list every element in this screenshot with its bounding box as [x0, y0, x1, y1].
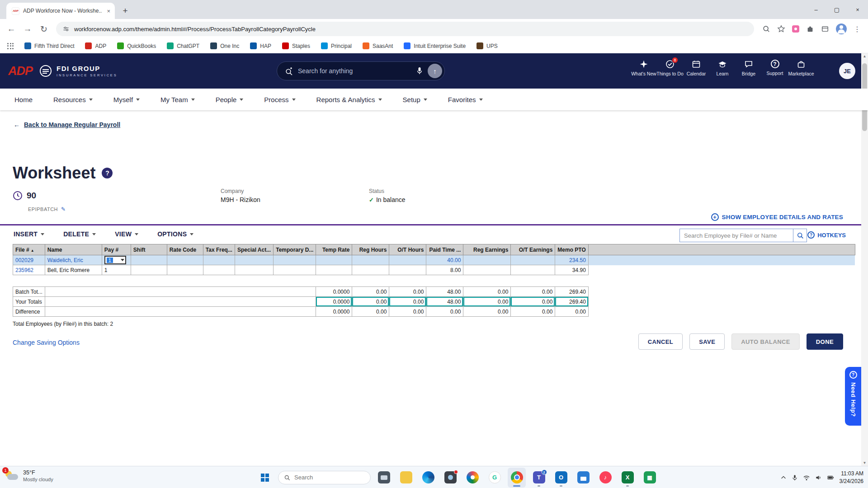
page-scrollbar[interactable]: ▲ ▼: [861, 53, 868, 466]
bookmark-item[interactable]: One Inc: [210, 42, 239, 49]
adp-logo[interactable]: ADP: [8, 64, 33, 78]
window-close-icon[interactable]: ×: [847, 0, 868, 19]
file-explorer-icon[interactable]: [397, 468, 415, 488]
chrome-icon[interactable]: [508, 468, 526, 488]
column-header[interactable]: Paid Time ...: [426, 244, 463, 255]
mic-icon[interactable]: [416, 66, 423, 75]
nav-item-reports-analytics[interactable]: Reports & Analytics: [316, 96, 382, 103]
table-cell[interactable]: [235, 255, 273, 265]
bookmark-item[interactable]: HAP: [250, 42, 271, 49]
table-cell[interactable]: 235962: [13, 265, 45, 275]
nav-item-process[interactable]: Process: [264, 96, 295, 103]
table-cell[interactable]: [463, 265, 511, 275]
table-cell[interactable]: 34.90: [555, 265, 588, 275]
taskbar-search-input[interactable]: [294, 474, 353, 481]
view-menu-button[interactable]: VIEW: [115, 230, 138, 238]
calendar-app-icon[interactable]: [574, 468, 592, 488]
search-submit-icon[interactable]: ↑: [428, 64, 442, 78]
done-button[interactable]: DONE: [807, 333, 843, 350]
need-help-tab[interactable]: ? Need Help?: [845, 367, 861, 426]
nav-item-myself[interactable]: Myself: [113, 96, 140, 103]
start-button[interactable]: [256, 468, 274, 488]
column-header[interactable]: Pay #: [102, 244, 131, 255]
excel-icon[interactable]: X: [618, 468, 637, 488]
nav-item-setup[interactable]: Setup: [403, 96, 427, 103]
employee-row[interactable]: 235962Bell, Eric Romere18.0034.90: [13, 265, 855, 275]
table-cell[interactable]: 40.00: [426, 255, 463, 265]
support-button[interactable]: ? Support: [762, 60, 788, 76]
column-header[interactable]: Special Act...: [235, 244, 273, 255]
user-avatar[interactable]: JE: [839, 63, 855, 79]
table-cell[interactable]: [274, 255, 316, 265]
bookmark-item[interactable]: Fifth Third Direct: [24, 42, 74, 49]
new-tab-button[interactable]: +: [119, 6, 131, 16]
table-cell[interactable]: [316, 265, 352, 275]
learn-button[interactable]: Learn: [710, 60, 735, 76]
teams-icon[interactable]: T2: [530, 468, 548, 488]
column-header[interactable]: Rate Code: [167, 244, 203, 255]
marketplace-button[interactable]: Marketplace: [788, 60, 814, 76]
camera-app-icon[interactable]: [441, 468, 459, 488]
photos-app-icon[interactable]: [463, 468, 481, 488]
table-cell[interactable]: [389, 265, 426, 275]
table-cell[interactable]: [511, 265, 555, 275]
hotkeys-button[interactable]: ? HOTKEYS: [807, 231, 846, 239]
bookmark-item[interactable]: Principal: [321, 42, 352, 49]
show-employee-details-link[interactable]: + SHOW EMPLOYEE DETAILS AND RATES: [711, 213, 843, 221]
column-header[interactable]: O/T Earnings: [511, 244, 555, 255]
volume-icon[interactable]: [815, 474, 822, 481]
extensions-puzzle-icon[interactable]: [806, 25, 814, 33]
table-cell[interactable]: [316, 255, 352, 265]
column-header[interactable]: File #▲: [13, 244, 45, 255]
change-saving-options-link[interactable]: Change Saving Options: [13, 339, 80, 346]
profile-avatar[interactable]: [836, 23, 847, 34]
column-header[interactable]: Tax Freq...: [203, 244, 235, 255]
edge-icon[interactable]: [419, 468, 437, 488]
options-menu-button[interactable]: OPTIONS: [157, 230, 193, 238]
pay-number-dropdown[interactable]: 1: [104, 256, 126, 264]
delete-menu-button[interactable]: DELETE: [63, 230, 96, 238]
table-cell[interactable]: 002029: [13, 255, 45, 265]
browser-tools-icon[interactable]: [821, 25, 829, 33]
outlook-icon[interactable]: O: [552, 468, 570, 488]
bookmark-item[interactable]: SaasAnt: [363, 42, 393, 49]
bookmark-star-icon[interactable]: [777, 25, 785, 33]
forward-icon[interactable]: →: [20, 21, 35, 37]
insert-menu-button[interactable]: INSERT: [14, 230, 44, 238]
table-cell[interactable]: [131, 265, 167, 275]
browser-tab[interactable]: ADP ADP Workforce Now - Workshe... ×: [6, 3, 115, 19]
weather-widget[interactable]: 1 35°F Mostly cloudy: [5, 469, 53, 483]
bookmark-item[interactable]: Intuit Enterprise Suite: [404, 42, 466, 49]
table-cell[interactable]: 1: [102, 255, 131, 265]
save-button[interactable]: SAVE: [689, 333, 725, 350]
column-header[interactable]: Temporary D...: [274, 244, 316, 255]
table-cell[interactable]: Bell, Eric Romere: [45, 265, 102, 275]
tray-chevron-icon[interactable]: [780, 474, 787, 481]
table-cell[interactable]: [511, 255, 555, 265]
tune-icon[interactable]: [62, 25, 70, 33]
table-cell[interactable]: [389, 255, 426, 265]
music-app-icon[interactable]: ♪: [596, 468, 614, 488]
sheets-app-icon[interactable]: ▦: [641, 468, 659, 488]
pinned-extension-icon[interactable]: [792, 25, 799, 33]
back-to-payroll-link[interactable]: ← Back to Manage Regular Payroll: [14, 121, 120, 128]
back-icon[interactable]: ←: [4, 21, 19, 37]
table-cell[interactable]: 8.00: [426, 265, 463, 275]
table-cell[interactable]: [235, 265, 273, 275]
employee-search-input[interactable]: [684, 232, 789, 239]
bookmark-item[interactable]: QuickBooks: [117, 42, 156, 49]
table-cell[interactable]: [167, 255, 203, 265]
column-header[interactable]: Reg Hours: [352, 244, 389, 255]
adp-search-bar[interactable]: ↑: [277, 61, 445, 80]
employee-search-button[interactable]: [793, 229, 807, 242]
bookmark-item[interactable]: ChatGPT: [167, 42, 199, 49]
column-header[interactable]: Shift: [131, 244, 167, 255]
adp-search-input[interactable]: [298, 67, 411, 75]
cancel-button[interactable]: CANCEL: [638, 333, 683, 350]
window-maximize-icon[interactable]: ▢: [826, 0, 847, 19]
table-cell[interactable]: Waidelich, Eric: [45, 255, 102, 265]
things-to-do-button[interactable]: 8 Things to Do: [657, 60, 683, 76]
employee-search-field[interactable]: [679, 229, 793, 242]
table-cell[interactable]: [167, 265, 203, 275]
scroll-down-icon[interactable]: ▼: [861, 461, 868, 465]
